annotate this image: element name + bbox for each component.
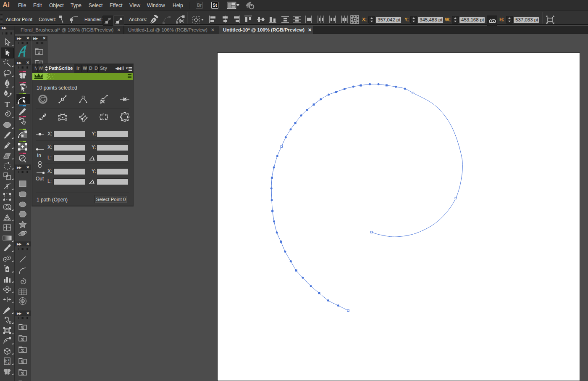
- svg-text:2: 2: [8, 362, 10, 364]
- svg-text:1: 1: [8, 359, 10, 361]
